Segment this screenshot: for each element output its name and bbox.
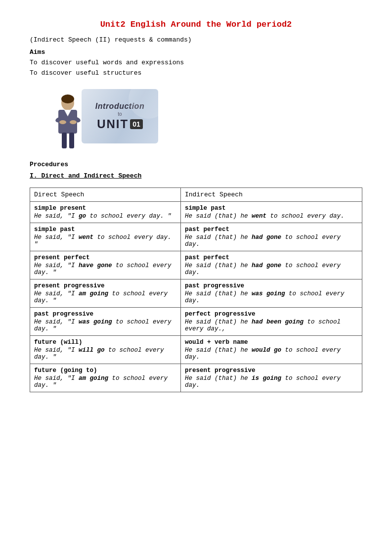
table-row: simple presentHe said, "I go to school e…	[30, 202, 181, 223]
aims-label: Aims	[30, 48, 362, 56]
table-row: past progressiveHe said, "I was going to…	[30, 308, 181, 336]
svg-point-5	[59, 120, 66, 124]
col2-header: Indirect Speech	[180, 188, 362, 202]
page-title: Unit2 English Around the World period2	[30, 20, 362, 29]
table-row: future (will)He said, "I will go to scho…	[30, 336, 181, 364]
section-heading: I. Direct and Indirect Speech	[30, 172, 362, 180]
table-row: past perfectHe said (that) he had gone t…	[180, 223, 362, 251]
col1-header: Direct Speech	[30, 188, 181, 202]
svg-rect-8	[69, 133, 74, 148]
table-row: simple pastHe said, "I went to school ev…	[30, 223, 181, 251]
svg-rect-7	[62, 133, 67, 148]
table-row: perfect progressiveHe said (that) he had…	[180, 308, 362, 336]
intro-to-word: to	[118, 111, 122, 117]
table-row: past perfectHe said (that) he had gone t…	[180, 251, 362, 279]
table-row: past progressiveHe said (that) he was go…	[180, 279, 362, 308]
subtitle: (Indirect Speech (II) requests & command…	[30, 36, 362, 44]
unit-label: UNIT	[97, 117, 129, 131]
table-row: simple pastHe said (that) he went to sch…	[180, 202, 362, 223]
intro-image: Introduction to UNIT 01	[49, 87, 158, 151]
table-row: present progressiveHe said, "I am going …	[30, 279, 181, 308]
svg-point-6	[70, 120, 77, 124]
table-row: would + verb nameHe said (that) he would…	[180, 336, 362, 364]
intro-banner: Introduction to UNIT 01	[82, 89, 158, 143]
table-row: present progressiveHe said (that) he is …	[180, 364, 362, 392]
unit-number: 01	[130, 119, 143, 129]
aim2: To discover useful structures	[30, 69, 362, 77]
procedures-label: Procedures	[30, 161, 362, 168]
aim1: To discover useful words and expressions	[30, 59, 362, 66]
speech-table: Direct Speech Indirect Speech simple pre…	[30, 187, 362, 392]
table-row: future (going to)He said, "I am going to…	[30, 364, 181, 392]
svg-point-1	[61, 94, 74, 103]
table-row: present perfectHe said, "I have gone to …	[30, 251, 181, 279]
intro-image-section: Introduction to UNIT 01	[49, 87, 362, 151]
unit-display: UNIT 01	[97, 117, 143, 131]
intro-word: Introduction	[95, 102, 144, 111]
person-figure	[49, 94, 87, 151]
